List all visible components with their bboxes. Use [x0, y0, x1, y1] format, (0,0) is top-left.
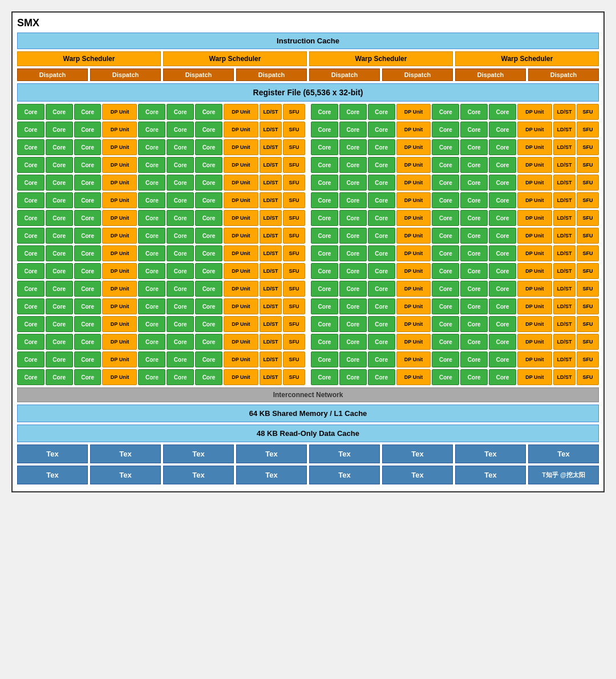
core: Core: [74, 298, 102, 314]
core: Core: [489, 334, 516, 350]
core: Core: [432, 263, 459, 279]
tex-1: Tex: [17, 444, 88, 463]
core: Core: [339, 334, 367, 350]
dp-unit: DP Unit: [102, 298, 137, 314]
core-row-13: Core Core Core DP Unit Core Core Core DP…: [17, 316, 599, 332]
core: Core: [46, 245, 73, 261]
ldst: LD/ST: [553, 298, 576, 314]
interconnect-network: Interconnect Network: [17, 387, 599, 402]
dp-unit: DP Unit: [102, 210, 137, 226]
core: Core: [74, 175, 102, 191]
core: Core: [432, 175, 459, 191]
dp-unit: DP Unit: [224, 104, 258, 120]
core: Core: [17, 316, 44, 332]
core: Core: [460, 263, 488, 279]
sfu: SFU: [283, 157, 305, 173]
core: Core: [138, 334, 165, 350]
dp-unit: DP Unit: [102, 104, 137, 120]
core: Core: [167, 175, 194, 191]
core: Core: [339, 298, 367, 314]
tex-row-2: Tex Tex Tex Tex Tex Tex Tex T知乎 @挖太阳: [17, 466, 599, 484]
core: Core: [17, 228, 44, 244]
dispatch-1: Dispatch: [17, 68, 88, 81]
sfu: SFU: [283, 281, 305, 297]
core: Core: [195, 245, 222, 261]
core: Core: [46, 192, 73, 208]
dp-unit: DP Unit: [224, 369, 258, 385]
core: Core: [489, 263, 516, 279]
core: Core: [368, 263, 395, 279]
sfu: SFU: [577, 369, 599, 385]
ldst: LD/ST: [553, 245, 576, 261]
ldst: LD/ST: [553, 104, 576, 120]
core-row-14: Core Core Core DP Unit Core Core Core DP…: [17, 334, 599, 350]
ldst: LD/ST: [260, 334, 282, 350]
tex-row-1: Tex Tex Tex Tex Tex Tex Tex Tex: [17, 444, 599, 463]
core: Core: [195, 122, 222, 138]
core: Core: [17, 104, 44, 120]
smx-diagram: SMX Instruction Cache Warp Scheduler War…: [11, 11, 605, 492]
core: Core: [489, 298, 516, 314]
core: Core: [460, 175, 488, 191]
core: Core: [17, 139, 44, 155]
core: Core: [368, 281, 395, 297]
sfu: SFU: [577, 192, 599, 208]
dispatch-2: Dispatch: [90, 68, 161, 81]
core: Core: [311, 281, 338, 297]
ldst: LD/ST: [260, 369, 282, 385]
sfu: SFU: [577, 210, 599, 226]
core: Core: [167, 157, 194, 173]
dp-unit: DP Unit: [224, 263, 258, 279]
core: Core: [17, 281, 44, 297]
warp-scheduler-4: Warp Scheduler: [455, 51, 599, 66]
core-row-16: Core Core Core DP Unit Core Core Core DP…: [17, 369, 599, 385]
sfu: SFU: [283, 245, 305, 261]
dp-unit: DP Unit: [224, 192, 258, 208]
core: Core: [460, 210, 488, 226]
core: Core: [17, 175, 44, 191]
core: Core: [167, 298, 194, 314]
ldst: LD/ST: [260, 298, 282, 314]
core: Core: [432, 316, 459, 332]
dp-unit: DP Unit: [102, 245, 137, 261]
core: Core: [432, 122, 459, 138]
core: Core: [46, 228, 73, 244]
core: Core: [432, 351, 459, 367]
tex-15: Tex: [455, 466, 526, 484]
core: Core: [368, 298, 395, 314]
dp-unit: DP Unit: [396, 175, 431, 191]
sfu: SFU: [283, 369, 305, 385]
ldst: LD/ST: [260, 210, 282, 226]
core: Core: [167, 351, 194, 367]
core: Core: [167, 192, 194, 208]
smx-title: SMX: [17, 17, 599, 29]
core: Core: [460, 192, 488, 208]
dp-unit: DP Unit: [224, 139, 258, 155]
dp-unit: DP Unit: [517, 228, 552, 244]
core: Core: [339, 228, 367, 244]
core: Core: [74, 104, 102, 120]
dispatch-row: Dispatch Dispatch Dispatch Dispatch Disp…: [17, 68, 599, 81]
core: Core: [339, 263, 367, 279]
core: Core: [17, 351, 44, 367]
ldst: LD/ST: [260, 122, 282, 138]
core: Core: [17, 369, 44, 385]
core: Core: [46, 263, 73, 279]
tex-2: Tex: [90, 444, 161, 463]
core: Core: [368, 334, 395, 350]
sfu: SFU: [577, 122, 599, 138]
dp-unit: DP Unit: [517, 298, 552, 314]
core: Core: [74, 228, 102, 244]
dp-unit: DP Unit: [102, 175, 137, 191]
dp-unit: DP Unit: [224, 228, 258, 244]
core-row-8: Core Core Core DP Unit Core Core Core DP…: [17, 228, 599, 244]
core: Core: [460, 245, 488, 261]
core: Core: [368, 351, 395, 367]
dispatch-4: Dispatch: [236, 68, 307, 81]
sfu: SFU: [577, 175, 599, 191]
dp-unit: DP Unit: [396, 192, 431, 208]
dp-unit: DP Unit: [102, 316, 137, 332]
core: Core: [17, 122, 44, 138]
core: Core: [74, 192, 102, 208]
core: Core: [489, 192, 516, 208]
